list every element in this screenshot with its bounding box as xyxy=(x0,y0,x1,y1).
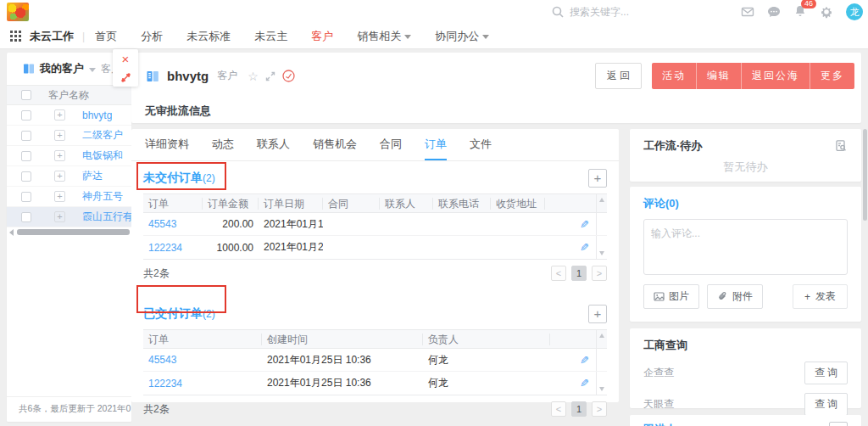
row-expander[interactable]: + xyxy=(54,211,65,222)
add-follower-button[interactable]: + xyxy=(829,422,848,426)
nav-item-customers[interactable]: 客户 xyxy=(311,29,333,44)
star-icon[interactable]: ☆ xyxy=(248,70,259,83)
customer-row[interactable]: + 电饭锅和 xyxy=(7,146,131,166)
nav-item-standard[interactable]: 未云标准 xyxy=(186,29,231,44)
chevron-down-icon[interactable] xyxy=(89,68,96,72)
settings-gear-icon[interactable] xyxy=(820,5,833,19)
next-page-button[interactable]: > xyxy=(592,266,607,281)
tab-details[interactable]: 详细资料 xyxy=(145,129,189,160)
nav-item-main[interactable]: 未云主 xyxy=(254,29,287,44)
table-scrollbar[interactable] xyxy=(596,194,607,212)
table-scrollbar[interactable] xyxy=(596,330,607,348)
customer-link[interactable]: 电饭锅和 xyxy=(82,149,123,163)
edit-pencil-icon[interactable]: ✎ xyxy=(580,377,589,390)
chat-icon[interactable] xyxy=(767,5,781,19)
row-checkbox[interactable] xyxy=(21,151,31,161)
nav-item-sales[interactable]: 销售相关 xyxy=(357,29,411,44)
order-link[interactable]: 122234 xyxy=(143,378,262,390)
more-button[interactable]: 更多 xyxy=(810,63,854,89)
scroll-down-icon[interactable] xyxy=(599,251,604,255)
edit-button[interactable]: 编辑 xyxy=(696,63,741,89)
customer-row[interactable]: + bhvytg xyxy=(7,105,131,126)
attachment-button[interactable]: 附件 xyxy=(707,284,763,309)
row-expander[interactable]: + xyxy=(54,191,65,202)
scroll-up-icon[interactable] xyxy=(599,334,604,338)
tab-files[interactable]: 文件 xyxy=(470,129,492,160)
add-order-button[interactable]: + xyxy=(588,169,607,188)
prev-page-button[interactable]: < xyxy=(551,266,566,281)
tab-contracts[interactable]: 合同 xyxy=(380,129,402,160)
app-grid-icon[interactable] xyxy=(10,31,21,42)
scroll-left-icon[interactable] xyxy=(9,229,14,236)
tab-orders[interactable]: 订单 xyxy=(425,129,447,160)
row-checkbox[interactable] xyxy=(21,171,31,182)
user-avatar[interactable]: 龙 xyxy=(846,3,863,20)
order-row[interactable]: 45543 200.00 2021年01月12日 ✎ xyxy=(143,213,607,236)
prev-page-button[interactable]: < xyxy=(551,401,566,417)
list-title[interactable]: 我的客户 xyxy=(40,61,84,76)
close-icon[interactable]: × xyxy=(122,53,130,65)
customer-link[interactable]: 神舟五号 xyxy=(82,189,123,204)
page-scrollbar-thumb[interactable] xyxy=(863,129,867,221)
customer-row[interactable]: + 神舟五号 xyxy=(7,187,131,207)
row-checkbox[interactable] xyxy=(21,212,31,222)
next-page-button[interactable]: > xyxy=(592,401,607,417)
tab-contacts[interactable]: 联系人 xyxy=(257,129,290,160)
image-button[interactable]: 图片 xyxy=(643,284,699,309)
horizontal-scrollbar[interactable] xyxy=(7,228,131,236)
scroll-up-icon[interactable] xyxy=(599,198,604,202)
app-logo[interactable] xyxy=(7,3,29,21)
followers-panel-partial: 跟进人 + xyxy=(630,415,861,426)
edit-pencil-icon[interactable]: ✎ xyxy=(580,218,589,231)
nav-item-home[interactable]: 首页 xyxy=(95,29,117,44)
expand-diagonal-icon[interactable] xyxy=(120,72,131,83)
add-order-button[interactable]: + xyxy=(588,305,607,323)
comment-input[interactable] xyxy=(643,219,848,275)
customer-link[interactable]: 霞山五行有限 xyxy=(82,210,131,224)
customer-row[interactable]: + 二级客户 xyxy=(7,126,131,146)
order-link[interactable]: 45543 xyxy=(143,218,203,230)
return-to-pool-button[interactable]: 退回公海 xyxy=(741,63,810,89)
mail-icon[interactable] xyxy=(741,5,754,19)
page-number[interactable]: 1 xyxy=(571,266,587,281)
row-checkbox[interactable] xyxy=(21,110,31,121)
customer-link[interactable]: 萨达 xyxy=(82,169,103,183)
fullscreen-icon[interactable] xyxy=(265,71,275,81)
back-button[interactable]: 返回 xyxy=(595,63,642,89)
edit-pencil-icon[interactable]: ✎ xyxy=(580,354,589,367)
row-expander[interactable]: + xyxy=(54,150,65,161)
row-checkbox[interactable] xyxy=(21,131,31,141)
scrollbar-thumb[interactable] xyxy=(17,229,130,235)
notifications[interactable]: 46 xyxy=(793,4,807,20)
query-button[interactable]: 查询 xyxy=(804,362,848,384)
customer-row[interactable]: + 萨达 xyxy=(7,166,131,187)
order-link[interactable]: 45543 xyxy=(143,354,262,366)
nav-item-collab[interactable]: 协同办公 xyxy=(435,29,489,44)
edit-pencil-icon[interactable]: ✎ xyxy=(580,241,589,254)
chevron-down-icon xyxy=(482,35,489,39)
order-link[interactable]: 122234 xyxy=(143,242,203,254)
customer-link[interactable]: bhvytg xyxy=(82,109,112,121)
activity-button[interactable]: 活动 xyxy=(652,63,696,89)
select-all-checkbox[interactable] xyxy=(21,90,31,100)
customer-row[interactable]: + 霞山五行有限 xyxy=(7,207,131,227)
page-number[interactable]: 1 xyxy=(571,401,587,417)
query-button[interactable]: 查询 xyxy=(804,393,848,416)
tab-activity[interactable]: 动态 xyxy=(212,129,234,160)
order-row[interactable]: 122234 1000.00 2021年01月25日 ✎ xyxy=(143,236,607,259)
list-footer: 共6条，最后更新于 2021年01月25日 xyxy=(7,396,131,422)
workspace-label[interactable]: 未云工作 xyxy=(30,29,74,44)
scroll-down-icon[interactable] xyxy=(599,387,604,391)
customer-link[interactable]: 二级客户 xyxy=(82,128,123,143)
audit-log-icon[interactable] xyxy=(834,139,848,153)
row-checkbox[interactable] xyxy=(21,192,31,202)
row-expander[interactable]: + xyxy=(54,109,65,121)
order-row[interactable]: 45543 2021年01月25日 10:36 何龙 ✎ xyxy=(143,349,607,372)
search-input[interactable] xyxy=(570,6,663,18)
nav-item-analysis[interactable]: 分析 xyxy=(141,29,163,44)
order-row[interactable]: 122234 2021年01月25日 10:36 何龙 ✎ xyxy=(143,372,607,395)
publish-button[interactable]: + 发表 xyxy=(793,284,848,309)
row-expander[interactable]: + xyxy=(54,130,65,141)
row-expander[interactable]: + xyxy=(54,171,65,182)
tab-opportunities[interactable]: 销售机会 xyxy=(313,129,357,160)
